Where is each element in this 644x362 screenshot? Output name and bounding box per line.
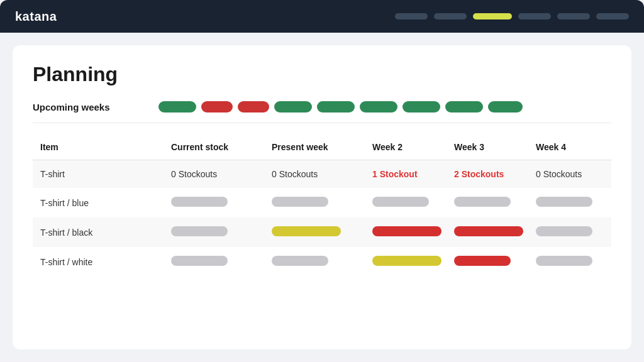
cell-item: T-shirt (33, 160, 171, 189)
table-row: T-shirt / blue (33, 188, 611, 217)
table-row: T-shirt 0 Stockouts 0 Stockouts 1 Stocko… (33, 160, 611, 189)
week-pill-7 (402, 101, 440, 112)
cell-week3: 2 Stockouts (454, 160, 536, 189)
cell-current-stock: 0 Stockouts (171, 160, 272, 189)
cell-item: T-shirt / black (33, 217, 171, 247)
cell-week3 (454, 217, 536, 247)
upcoming-weeks-row: Upcoming weeks (33, 101, 611, 123)
cell-present-week (272, 217, 372, 247)
nav-pill-3[interactable] (473, 13, 512, 19)
top-nav: katana (0, 0, 644, 33)
cell-week4: 0 Stockouts (536, 160, 611, 189)
cell-present-week (272, 247, 372, 277)
week-pill-6 (360, 101, 397, 112)
col-header-week4: Week 4 (536, 136, 611, 160)
cell-week3 (454, 188, 536, 217)
week-pill-4 (274, 101, 312, 112)
week-pill-3 (238, 101, 269, 112)
cell-week3 (454, 247, 536, 277)
nav-pill-1[interactable] (395, 13, 428, 19)
content-card: Planning Upcoming weeks Item Current (13, 45, 631, 349)
cell-week4 (536, 247, 611, 277)
cell-week4 (536, 188, 611, 217)
app-container: katana Planning Upcoming weeks (0, 0, 644, 362)
cell-present-week: 0 Stockouts (272, 160, 372, 189)
week-pill-1 (158, 101, 196, 112)
cell-item: T-shirt / blue (33, 188, 171, 217)
planning-table: Item Current stock Present week Week 2 W… (33, 136, 611, 277)
cell-week2 (372, 188, 454, 217)
week-pill-2 (201, 101, 233, 112)
nav-pill-2[interactable] (434, 13, 467, 19)
cell-week2 (372, 217, 454, 247)
app-logo: katana (15, 9, 57, 24)
table-row: T-shirt / black (33, 217, 611, 247)
page-title: Planning (33, 63, 611, 86)
cell-present-week (272, 188, 372, 217)
col-header-item: Item (33, 136, 171, 160)
table-header-row: Item Current stock Present week Week 2 W… (33, 136, 611, 160)
col-header-current-stock: Current stock (171, 136, 272, 160)
cell-current-stock (171, 188, 272, 217)
cell-current-stock (171, 247, 272, 277)
nav-pill-5[interactable] (557, 13, 590, 19)
nav-pill-6[interactable] (596, 13, 629, 19)
week-pill-5 (317, 101, 355, 112)
week-pills (158, 101, 523, 112)
cell-current-stock (171, 217, 272, 247)
col-header-present-week: Present week (272, 136, 372, 160)
cell-item: T-shirt / white (33, 247, 171, 277)
cell-week2 (372, 247, 454, 277)
week-pill-8 (445, 101, 483, 112)
col-header-week3: Week 3 (454, 136, 536, 160)
nav-pill-4[interactable] (518, 13, 551, 19)
table-row: T-shirt / white (33, 247, 611, 277)
nav-pills (395, 13, 629, 19)
cell-week2: 1 Stockout (372, 160, 454, 189)
cell-week4 (536, 217, 611, 247)
upcoming-weeks-label: Upcoming weeks (33, 102, 158, 112)
col-header-week2: Week 2 (372, 136, 454, 160)
week-pill-9 (488, 101, 523, 112)
